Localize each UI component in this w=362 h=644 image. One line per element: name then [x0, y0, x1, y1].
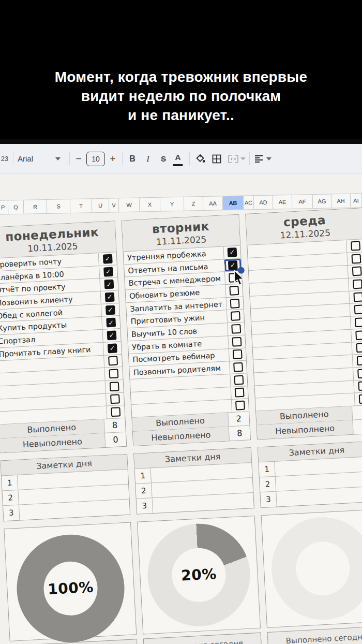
task-checkbox[interactable] [352, 267, 362, 276]
checkbox-cell[interactable] [230, 373, 247, 386]
decrease-font-size-button[interactable]: − [73, 144, 84, 173]
checkbox-cell[interactable]: ✓ [223, 246, 240, 259]
checkbox-cell[interactable] [348, 277, 362, 290]
fill-color-button[interactable] [193, 144, 207, 173]
italic-button[interactable]: I [142, 144, 154, 173]
checkbox-cell[interactable] [105, 392, 124, 405]
checkbox-cell[interactable] [350, 316, 362, 329]
task-checkbox[interactable] [234, 375, 244, 385]
task-checkbox[interactable]: ✓ [104, 280, 114, 289]
column-header-AF[interactable]: AF [292, 195, 313, 209]
task-checkbox[interactable] [356, 343, 362, 353]
font-family-caret-icon[interactable] [54, 144, 62, 173]
checkbox-cell[interactable] [351, 329, 362, 342]
task-checkbox[interactable] [353, 279, 362, 289]
horizontal-align-caret-icon[interactable] [265, 144, 273, 173]
column-header-V[interactable]: V [109, 198, 119, 212]
borders-button[interactable] [210, 144, 223, 173]
strikethrough-button[interactable]: S [157, 144, 170, 173]
task-checkbox[interactable] [230, 299, 240, 309]
checkbox-cell[interactable] [231, 386, 248, 399]
checkbox-cell[interactable]: ✓ [98, 252, 117, 265]
task-checkbox[interactable]: ✓ [228, 260, 238, 270]
font-size-input[interactable]: 10 [86, 144, 105, 173]
column-header-AI[interactable]: AI [351, 194, 362, 207]
merge-cells-caret-icon[interactable] [239, 144, 247, 173]
checkbox-cell[interactable] [353, 367, 362, 380]
task-checkbox[interactable] [233, 362, 243, 372]
task-checkbox[interactable] [231, 324, 241, 334]
task-checkbox[interactable] [353, 292, 362, 302]
checkbox-cell[interactable] [353, 379, 362, 392]
column-header-Q[interactable]: Q [8, 200, 24, 214]
task-checkbox[interactable] [111, 407, 120, 417]
task-checkbox[interactable] [358, 382, 362, 391]
checkbox-cell[interactable] [105, 380, 124, 393]
column-header-AB[interactable]: AB [223, 196, 244, 210]
checkbox-cell[interactable] [351, 341, 362, 354]
column-header-T[interactable]: T [70, 199, 92, 213]
task-checkbox[interactable] [359, 394, 362, 404]
checkbox-cell[interactable] [349, 303, 362, 316]
task-checkbox[interactable] [233, 349, 243, 359]
task-checkbox[interactable] [232, 336, 242, 346]
task-checkbox[interactable] [357, 356, 362, 365]
checkbox-cell[interactable]: ✓ [99, 265, 117, 278]
task-checkbox[interactable] [235, 401, 245, 411]
task-checkbox[interactable] [355, 330, 362, 340]
daily-progress-chart[interactable]: 20% [137, 516, 261, 635]
checkbox-cell[interactable] [229, 348, 246, 361]
task-checkbox[interactable]: ✓ [228, 247, 237, 257]
checkbox-cell[interactable] [103, 354, 122, 367]
checkbox-cell[interactable] [228, 335, 245, 348]
column-header-P[interactable]: P [0, 200, 8, 214]
checkbox-cell[interactable] [354, 392, 362, 405]
task-checkbox[interactable] [110, 382, 119, 391]
checkbox-cell[interactable]: ✓ [99, 278, 118, 291]
task-checkbox[interactable] [109, 369, 118, 378]
merge-cells-button[interactable] [227, 144, 240, 173]
column-header-AA[interactable]: AA [203, 196, 223, 210]
checkbox-cell[interactable] [352, 354, 362, 367]
checkbox-cell[interactable]: ✓ [100, 290, 119, 303]
task-checkbox[interactable] [351, 241, 360, 251]
bold-button[interactable]: B [126, 144, 139, 173]
task-checkbox[interactable]: ✓ [106, 318, 116, 328]
increase-font-size-button[interactable]: + [108, 144, 118, 173]
text-color-button[interactable]: A [172, 144, 184, 173]
column-header-AD[interactable]: AD [254, 196, 273, 210]
checkbox-cell[interactable] [227, 323, 245, 335]
task-checkbox[interactable] [110, 394, 120, 404]
task-checkbox[interactable] [355, 317, 362, 327]
horizontal-align-button[interactable] [252, 144, 265, 173]
task-checkbox[interactable] [235, 388, 245, 398]
column-header-S[interactable]: S [47, 199, 70, 213]
checkbox-cell[interactable] [348, 265, 362, 277]
checkbox-cell[interactable]: ✓ [103, 342, 122, 355]
checkbox-cell[interactable] [227, 310, 244, 323]
font-family-select[interactable]: Arial [18, 144, 51, 173]
task-checkbox[interactable]: ✓ [107, 330, 117, 340]
checkbox-cell[interactable] [346, 252, 362, 265]
checkbox-cell[interactable] [104, 367, 123, 380]
checkbox-cell[interactable] [231, 399, 249, 412]
font-size-value[interactable]: 10 [86, 152, 105, 166]
checkbox-cell[interactable]: ✓ [101, 303, 119, 316]
column-header-AC[interactable]: AC [244, 196, 254, 209]
checkbox-cell[interactable] [229, 361, 247, 374]
column-header-R[interactable]: R [24, 200, 47, 214]
checkbox-cell[interactable]: ✓ [101, 316, 120, 329]
column-header-Z[interactable]: Z [184, 197, 203, 211]
checkbox-cell[interactable] [346, 239, 362, 252]
column-header-AE[interactable]: AE [273, 195, 292, 209]
task-checkbox[interactable] [108, 356, 118, 366]
column-header-W[interactable]: W [119, 198, 140, 212]
checkbox-cell[interactable] [226, 297, 244, 310]
task-checkbox[interactable]: ✓ [103, 267, 113, 276]
task-checkbox[interactable] [351, 254, 361, 264]
column-header-Y[interactable]: Y [160, 197, 184, 211]
daily-progress-chart[interactable]: 100% [4, 522, 137, 641]
column-header-AG[interactable]: AG [313, 194, 331, 208]
task-checkbox[interactable] [231, 311, 240, 321]
column-header-AH[interactable]: AH [331, 194, 351, 208]
